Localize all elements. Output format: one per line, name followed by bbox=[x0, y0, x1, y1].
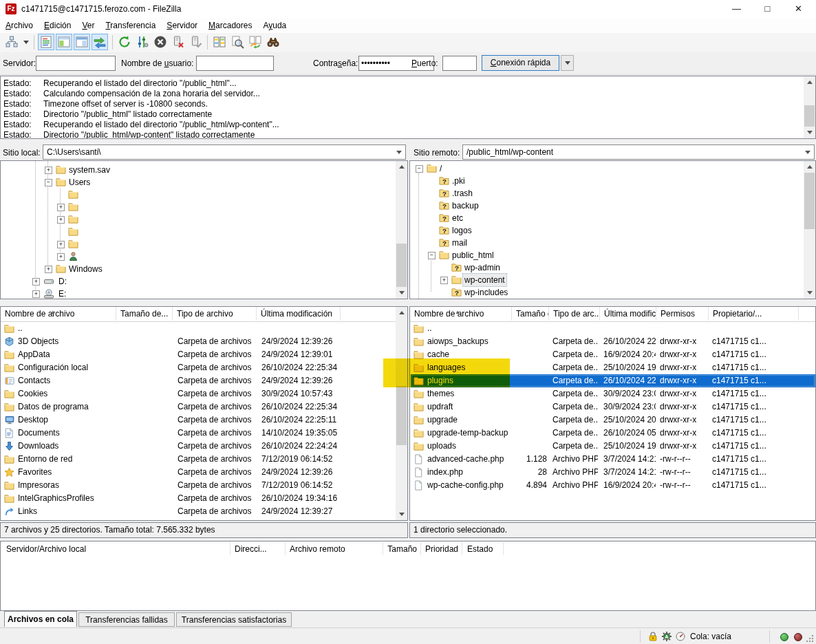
scroll-down-button[interactable] bbox=[804, 127, 815, 138]
local-file-row[interactable]: ContactsCarpeta de archivos24/9/2024 12:… bbox=[1, 374, 394, 387]
speed-limit-icon[interactable] bbox=[675, 631, 686, 642]
site-manager-button[interactable] bbox=[3, 34, 20, 50]
local-tree-node[interactable]: −Users bbox=[1, 176, 407, 189]
tree-expander[interactable]: − bbox=[416, 165, 423, 173]
tree-expander[interactable]: + bbox=[440, 277, 448, 284]
remote-tree-node[interactable]: ?etc bbox=[410, 212, 815, 224]
remote-tree-node[interactable]: ?backup bbox=[410, 200, 815, 212]
local-file-row[interactable]: ImpresorasCarpeta de archivos7/12/2019 0… bbox=[1, 479, 394, 492]
username-input[interactable] bbox=[196, 56, 274, 71]
resize-grip[interactable] bbox=[805, 634, 815, 643]
remote-tree-node[interactable] bbox=[410, 299, 815, 299]
toggle-remote-tree-button[interactable] bbox=[74, 34, 90, 50]
tab-transferencias-fallidas[interactable]: Transferencias fallidas bbox=[78, 612, 175, 627]
local-path-combo[interactable]: C:\Users\santi\ bbox=[43, 144, 406, 160]
local-tree-node[interactable]: + bbox=[1, 213, 407, 226]
local-tree-node[interactable]: + bbox=[1, 250, 407, 263]
tree-expander[interactable]: + bbox=[57, 216, 65, 224]
local-file-row[interactable]: .. bbox=[1, 322, 394, 335]
remote-tree-node[interactable]: ?logos bbox=[410, 224, 815, 237]
remote-file-row[interactable]: aiowps_backupsCarpeta de...26/10/2024 22… bbox=[411, 335, 815, 348]
remote-file-row[interactable]: upgrade-temp-backupCarpeta de...26/10/20… bbox=[411, 427, 815, 440]
process-queue-button[interactable] bbox=[134, 34, 151, 50]
local-tree-node[interactable]: +D: bbox=[1, 275, 407, 288]
scroll-down-button[interactable] bbox=[804, 287, 815, 299]
tree-expander[interactable]: + bbox=[32, 290, 40, 298]
scroll-down-button[interactable] bbox=[396, 287, 407, 299]
local-tree-node[interactable] bbox=[1, 226, 407, 238]
local-file-row[interactable]: Datos de programaCarpeta de archivos26/1… bbox=[1, 400, 394, 414]
local-tree-node[interactable]: +E: bbox=[1, 288, 407, 299]
column-header-nombre-de-archivo[interactable]: Nombre de archivo▲ bbox=[1, 307, 116, 321]
remote-file-row[interactable]: pluginsCarpeta de...26/10/2024 22:...drw… bbox=[411, 374, 815, 387]
local-file-row[interactable]: LinksCarpeta de archivos24/9/2024 12:39:… bbox=[1, 505, 394, 518]
remote-file-row[interactable]: advanced-cache.php1.128Archivo PHP3/7/20… bbox=[411, 453, 815, 466]
disconnect-button[interactable] bbox=[170, 34, 186, 50]
local-file-row[interactable]: DocumentsCarpeta de archivos14/10/2024 1… bbox=[1, 427, 394, 440]
local-file-row[interactable]: IntelGraphicsProfilesCarpeta de archivos… bbox=[1, 492, 394, 505]
column-header-nombre-de-archivo[interactable]: Nombre de archivo▲ bbox=[410, 307, 512, 321]
menu-item-transferencia[interactable]: Transferencia bbox=[100, 18, 161, 33]
tab-transferencias-satisfactorias[interactable]: Transferencias satisfactorias bbox=[176, 612, 292, 627]
local-tree-node[interactable] bbox=[1, 189, 407, 201]
menu-item-edicion[interactable]: Edición bbox=[39, 18, 76, 33]
menu-item-ayuda[interactable]: Ayuda bbox=[257, 18, 292, 33]
column-header-tipo-de-archivo[interactable]: Tipo de archivo bbox=[173, 307, 257, 321]
local-file-row[interactable]: FavoritesCarpeta de archivos24/9/2024 12… bbox=[1, 466, 394, 479]
refresh-button[interactable] bbox=[116, 34, 133, 50]
menu-item-servidor[interactable]: Servidor bbox=[161, 18, 203, 33]
tree-expander[interactable]: + bbox=[57, 204, 65, 211]
scrollbar-thumb[interactable] bbox=[396, 386, 407, 445]
remote-file-row[interactable]: updraftCarpeta de...30/9/2024 23:0...drw… bbox=[411, 400, 815, 414]
tab-archivos-en-cola[interactable]: Archivos en cola bbox=[4, 611, 77, 627]
local-tree-node[interactable]: +Windows bbox=[1, 263, 407, 275]
scrollbar-thumb[interactable] bbox=[396, 244, 407, 288]
remote-file-row[interactable]: uploadsCarpeta de...25/10/2024 19:...drw… bbox=[411, 440, 815, 453]
synchronized-browsing-button[interactable] bbox=[247, 34, 264, 50]
local-file-row[interactable]: CookiesCarpeta de archivos30/9/2024 10:5… bbox=[1, 387, 394, 400]
remote-tree-node[interactable]: ?wp-admin bbox=[410, 261, 815, 274]
menu-item-archivo[interactable]: Archivo bbox=[0, 18, 39, 33]
remote-path-combo[interactable]: /public_html/wp-content bbox=[462, 144, 815, 160]
tree-expander[interactable]: + bbox=[32, 278, 40, 286]
remote-tree-node[interactable]: ?wp-includes bbox=[410, 286, 815, 299]
minimize-button[interactable]: — bbox=[721, 0, 752, 18]
queue-column-archivo-remoto[interactable]: Archivo remoto bbox=[290, 543, 345, 555]
queue-column-servidor-archivo-local[interactable]: Servidor/Archivo local bbox=[6, 543, 86, 555]
tree-expander[interactable]: − bbox=[45, 179, 52, 186]
remote-tree-node[interactable]: +wp-content bbox=[410, 274, 815, 286]
maximize-button[interactable]: □ bbox=[752, 0, 783, 18]
remote-file-row[interactable]: upgradeCarpeta de...25/10/2024 20:...drw… bbox=[411, 414, 815, 427]
site-manager-dropdown[interactable] bbox=[21, 34, 31, 50]
scroll-up-button[interactable] bbox=[804, 161, 815, 173]
local-file-row[interactable]: Configuración localCarpeta de archivos26… bbox=[1, 361, 394, 374]
queue-column-tamano[interactable]: Tamaño bbox=[386, 543, 417, 555]
scroll-up-button[interactable] bbox=[396, 161, 407, 173]
local-file-row[interactable]: DesktopCarpeta de archivos26/10/2024 22:… bbox=[1, 414, 394, 427]
local-file-row[interactable]: DownloadsCarpeta de archivos26/10/2024 2… bbox=[1, 440, 394, 453]
toggle-message-log-button[interactable] bbox=[38, 34, 54, 50]
remote-tree-node[interactable]: ?.pki bbox=[410, 175, 815, 187]
local-tree-node[interactable]: + bbox=[1, 238, 407, 250]
scroll-down-button[interactable] bbox=[396, 508, 407, 520]
remote-tree-node[interactable]: ?.trash bbox=[410, 187, 815, 200]
column-header-permisos[interactable]: Permisos bbox=[656, 307, 709, 321]
reconnect-button[interactable] bbox=[188, 34, 204, 50]
tree-expander[interactable]: + bbox=[57, 253, 65, 261]
scrollbar-thumb[interactable] bbox=[804, 173, 815, 229]
menu-item-marcadores[interactable]: Marcadores bbox=[203, 18, 257, 33]
quickconnect-button[interactable]: Conexión rápida bbox=[482, 55, 559, 71]
toggle-local-tree-button[interactable] bbox=[56, 34, 72, 50]
remote-file-row[interactable]: themesCarpeta de...30/9/2024 23:0...drwx… bbox=[411, 387, 815, 400]
tree-expander[interactable]: + bbox=[45, 266, 52, 273]
tree-expander[interactable]: + bbox=[45, 167, 52, 174]
cancel-button[interactable] bbox=[152, 34, 169, 50]
find-files-button[interactable] bbox=[229, 34, 246, 50]
local-tree-node[interactable]: + bbox=[1, 201, 407, 213]
remote-file-row[interactable]: languagesCarpeta de...25/10/2024 19:...d… bbox=[411, 361, 815, 374]
port-input[interactable] bbox=[442, 56, 477, 71]
local-tree-node[interactable]: +system.sav bbox=[1, 164, 407, 176]
remote-tree-node[interactable]: −public_html bbox=[410, 249, 815, 261]
queue-column-estado[interactable]: Estado bbox=[467, 543, 493, 555]
toggle-transfer-queue-button[interactable] bbox=[92, 34, 108, 50]
